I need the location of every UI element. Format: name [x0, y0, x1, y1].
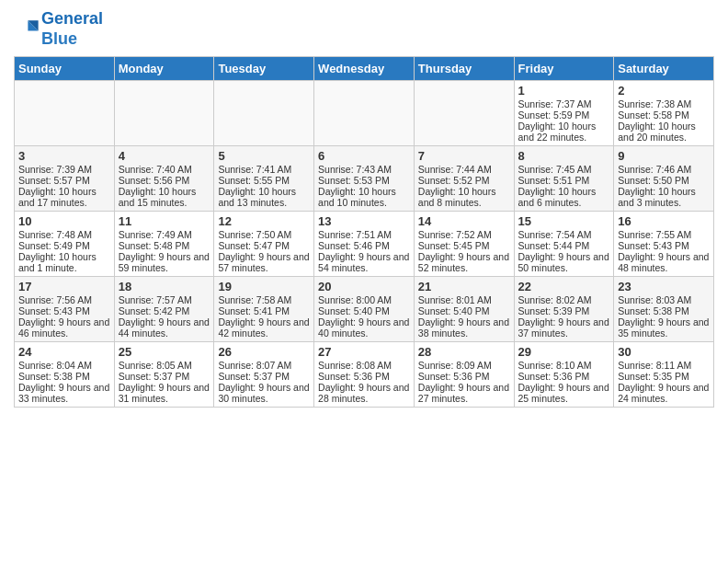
- day-number: 8: [518, 149, 610, 163]
- day-number: 10: [18, 214, 110, 228]
- day-number: 5: [218, 149, 310, 163]
- day-info: Daylight: 9 hours and 33 minutes.: [18, 382, 110, 404]
- calendar-day: 27Sunrise: 8:08 AMSunset: 5:36 PMDayligh…: [314, 342, 415, 408]
- day-info: Sunrise: 7:45 AM: [518, 164, 610, 175]
- day-info: Daylight: 9 hours and 38 minutes.: [418, 316, 510, 339]
- day-info: Sunrise: 8:03 AM: [618, 294, 710, 305]
- calendar-day: 14Sunrise: 7:52 AMSunset: 5:45 PMDayligh…: [414, 212, 514, 277]
- day-info: Sunset: 5:43 PM: [618, 240, 710, 251]
- day-info: Sunset: 5:48 PM: [119, 240, 210, 251]
- day-info: Daylight: 9 hours and 30 minutes.: [218, 382, 310, 404]
- calendar-day: 15Sunrise: 7:54 AMSunset: 5:44 PMDayligh…: [514, 212, 614, 277]
- day-info: Sunrise: 7:48 AM: [18, 229, 110, 240]
- day-info: Sunset: 5:42 PM: [119, 305, 210, 316]
- calendar-day: 19Sunrise: 7:58 AMSunset: 5:41 PMDayligh…: [214, 277, 314, 342]
- day-info: Sunrise: 7:52 AM: [418, 229, 510, 240]
- day-number: 16: [618, 214, 710, 228]
- calendar-day: 5Sunrise: 7:41 AMSunset: 5:55 PMDaylight…: [214, 146, 314, 212]
- day-info: Daylight: 9 hours and 37 minutes.: [518, 316, 610, 339]
- day-info: Sunset: 5:38 PM: [18, 371, 110, 382]
- day-info: Sunrise: 7:46 AM: [618, 164, 710, 175]
- day-info: Sunrise: 8:05 AM: [119, 360, 210, 371]
- header-saturday: Saturday: [614, 57, 714, 81]
- calendar-day: 13Sunrise: 7:51 AMSunset: 5:46 PMDayligh…: [314, 212, 415, 277]
- header-wednesday: Wednesday: [314, 57, 415, 81]
- day-info: Sunset: 5:57 PM: [18, 175, 110, 186]
- day-number: 25: [119, 345, 210, 359]
- day-info: Sunrise: 8:09 AM: [418, 360, 510, 371]
- day-info: Daylight: 9 hours and 25 minutes.: [518, 382, 610, 404]
- day-info: Sunrise: 7:54 AM: [518, 229, 610, 240]
- day-info: Sunrise: 7:55 AM: [618, 229, 710, 240]
- day-info: Sunrise: 7:58 AM: [218, 294, 310, 305]
- day-info: Daylight: 9 hours and 52 minutes.: [418, 251, 510, 273]
- day-info: Daylight: 9 hours and 44 minutes.: [119, 316, 210, 339]
- day-number: 21: [418, 280, 510, 293]
- day-info: Sunset: 5:43 PM: [18, 305, 110, 316]
- calendar-header-row: SundayMondayTuesdayWednesdayThursdayFrid…: [15, 57, 714, 81]
- day-number: 20: [318, 280, 410, 293]
- day-number: 7: [418, 149, 510, 163]
- day-info: Sunrise: 8:10 AM: [518, 360, 610, 371]
- calendar-day: 30Sunrise: 8:11 AMSunset: 5:35 PMDayligh…: [614, 342, 714, 408]
- day-info: Daylight: 10 hours and 8 minutes.: [418, 186, 510, 208]
- day-number: 13: [318, 214, 410, 228]
- day-number: 1: [518, 84, 610, 98]
- calendar-week-row: 1Sunrise: 7:37 AMSunset: 5:59 PMDaylight…: [15, 81, 714, 146]
- day-info: Daylight: 10 hours and 17 minutes.: [18, 186, 110, 208]
- calendar-day: 17Sunrise: 7:56 AMSunset: 5:43 PMDayligh…: [15, 277, 115, 342]
- day-info: Sunset: 5:40 PM: [418, 305, 510, 316]
- day-info: Sunrise: 8:08 AM: [318, 360, 410, 371]
- day-info: Sunrise: 8:07 AM: [218, 360, 310, 371]
- day-info: Sunrise: 7:57 AM: [119, 294, 210, 305]
- header-friday: Friday: [514, 57, 614, 81]
- day-info: Sunset: 5:47 PM: [218, 240, 310, 251]
- day-info: Sunrise: 7:37 AM: [518, 98, 610, 109]
- calendar-day: 10Sunrise: 7:48 AMSunset: 5:49 PMDayligh…: [15, 212, 115, 277]
- day-info: Sunset: 5:58 PM: [618, 109, 710, 121]
- calendar-day: 1Sunrise: 7:37 AMSunset: 5:59 PMDaylight…: [514, 81, 614, 146]
- day-number: 6: [318, 149, 410, 163]
- day-number: 11: [119, 214, 210, 228]
- day-info: Daylight: 9 hours and 42 minutes.: [218, 316, 310, 339]
- day-info: Daylight: 9 hours and 57 minutes.: [218, 251, 310, 273]
- day-info: Sunset: 5:36 PM: [418, 371, 510, 382]
- calendar-day: 21Sunrise: 8:01 AMSunset: 5:40 PMDayligh…: [414, 277, 514, 342]
- day-info: Daylight: 9 hours and 35 minutes.: [618, 316, 710, 339]
- calendar-day: 8Sunrise: 7:45 AMSunset: 5:51 PMDaylight…: [514, 146, 614, 212]
- calendar-day: [114, 81, 214, 146]
- day-info: Daylight: 9 hours and 40 minutes.: [318, 316, 410, 339]
- day-info: Daylight: 9 hours and 27 minutes.: [418, 382, 510, 404]
- day-info: Daylight: 10 hours and 3 minutes.: [618, 186, 710, 208]
- day-number: 2: [618, 84, 710, 98]
- calendar-day: 25Sunrise: 8:05 AMSunset: 5:37 PMDayligh…: [114, 342, 214, 408]
- day-number: 19: [218, 280, 310, 293]
- day-info: Sunset: 5:37 PM: [218, 371, 310, 382]
- day-number: 4: [119, 149, 210, 163]
- calendar-day: 20Sunrise: 8:00 AMSunset: 5:40 PMDayligh…: [314, 277, 415, 342]
- day-info: Sunrise: 7:43 AM: [318, 164, 410, 175]
- calendar-day: 23Sunrise: 8:03 AMSunset: 5:38 PMDayligh…: [614, 277, 714, 342]
- day-number: 26: [218, 345, 310, 359]
- day-info: Daylight: 9 hours and 59 minutes.: [119, 251, 210, 273]
- logo-icon: [14, 17, 40, 42]
- day-info: Daylight: 10 hours and 10 minutes.: [318, 186, 410, 208]
- day-info: Sunset: 5:35 PM: [618, 371, 710, 382]
- day-info: Sunrise: 8:02 AM: [518, 294, 610, 305]
- day-number: 9: [618, 149, 710, 163]
- calendar-day: 2Sunrise: 7:38 AMSunset: 5:58 PMDaylight…: [614, 81, 714, 146]
- calendar-day: [414, 81, 514, 146]
- day-info: Daylight: 9 hours and 24 minutes.: [618, 382, 710, 404]
- day-number: 23: [618, 280, 710, 293]
- day-info: Daylight: 9 hours and 54 minutes.: [318, 251, 410, 273]
- day-info: Sunrise: 7:49 AM: [119, 229, 210, 240]
- day-info: Sunset: 5:51 PM: [518, 175, 610, 186]
- day-number: 28: [418, 345, 510, 359]
- day-number: 15: [518, 214, 610, 228]
- day-info: Daylight: 10 hours and 15 minutes.: [119, 186, 210, 208]
- header-sunday: Sunday: [15, 57, 115, 81]
- day-info: Daylight: 9 hours and 28 minutes.: [318, 382, 410, 404]
- calendar-week-row: 10Sunrise: 7:48 AMSunset: 5:49 PMDayligh…: [15, 212, 714, 277]
- day-info: Sunset: 5:46 PM: [318, 240, 410, 251]
- day-info: Sunset: 5:52 PM: [418, 175, 510, 186]
